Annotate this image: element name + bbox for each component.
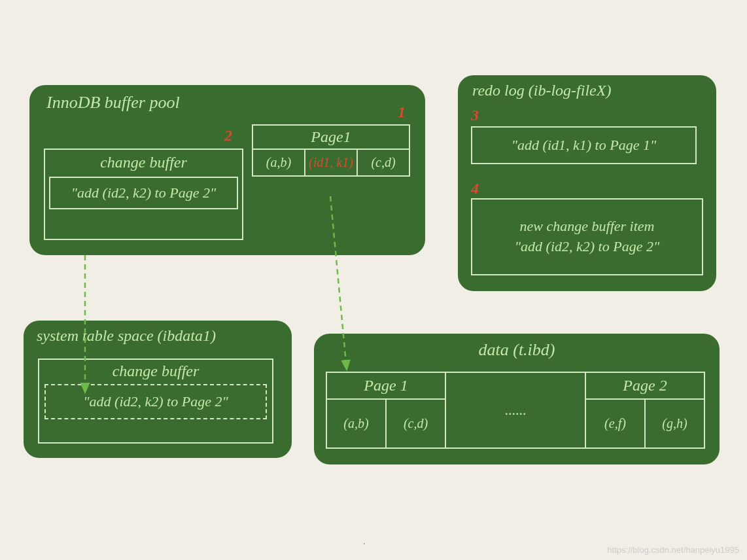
redo-log-title: redo log (ib-log-fileX) — [472, 82, 611, 99]
page1-cell-cd: (c,d) — [358, 150, 409, 175]
page1-box: Page1 (a,b) (id1, k1) (c,d) — [252, 124, 410, 177]
data-page2: Page 2 (e,f) (g,h) — [586, 373, 704, 447]
data-page1-row: (a,b) (c,d) — [327, 400, 445, 447]
system-tablespace-box: system table space (ibdata1) change buff… — [24, 321, 292, 458]
data-page1-cell-ab: (a,b) — [327, 400, 387, 447]
data-page1-header: Page 1 — [327, 373, 445, 400]
page1-cell-id1k1: (id1, k1) — [305, 150, 358, 175]
step-number-3: 3 — [471, 107, 479, 124]
redo-log-box: redo log (ib-log-fileX) 3 4 "add (id1, k… — [458, 75, 716, 291]
redo-log-entry-2: new change buffer item "add (id2, k2) to… — [471, 198, 703, 275]
redo-entry2-line1: new change buffer item — [520, 217, 655, 237]
data-page1-cell-cd: (c,d) — [387, 400, 445, 447]
page1-row: (a,b) (id1, k1) (c,d) — [253, 150, 409, 175]
data-page2-cell-ef: (e,f) — [586, 400, 646, 447]
page1-cell-ab: (a,b) — [253, 150, 305, 175]
data-title: data (t.ibd) — [314, 340, 720, 360]
data-page2-header: Page 2 — [586, 373, 704, 400]
step-number-2: 2 — [224, 127, 232, 145]
sts-change-buffer-entry: "add (id2, k2) to Page 2" — [44, 384, 267, 419]
change-buffer-label: change buffer — [45, 150, 242, 175]
system-tablespace-title: system table space (ibdata1) — [37, 327, 216, 345]
step-number-4: 4 — [471, 180, 479, 198]
data-page2-row: (e,f) (g,h) — [586, 400, 704, 447]
redo-log-entry-1: "add (id1, k1) to Page 1" — [471, 126, 697, 164]
buffer-pool-title: InnoDB buffer pool — [46, 93, 180, 113]
decorative-dot: . — [363, 536, 366, 547]
data-gap: ...... — [445, 373, 586, 447]
change-buffer-entry: "add (id2, k2) to Page 2" — [49, 177, 238, 209]
page1-header: Page1 — [253, 126, 409, 150]
change-buffer-box: change buffer "add (id2, k2) to Page 2" — [44, 149, 243, 240]
innodb-buffer-pool-box: InnoDB buffer pool 1 2 change buffer "ad… — [29, 85, 425, 255]
sts-change-buffer-label: change buffer — [39, 360, 272, 383]
data-page2-cell-gh: (g,h) — [646, 400, 704, 447]
data-file-box: data (t.ibd) Page 1 (a,b) (c,d) ...... P… — [314, 334, 720, 464]
redo-entry2-line2: "add (id2, k2) to Page 2" — [515, 237, 659, 257]
sts-change-buffer-box: change buffer "add (id2, k2) to Page 2" — [38, 359, 273, 444]
step-number-1: 1 — [398, 103, 406, 121]
data-page1: Page 1 (a,b) (c,d) — [327, 373, 445, 447]
data-table: Page 1 (a,b) (c,d) ...... Page 2 (e,f) (… — [326, 372, 705, 449]
watermark-text: https://blog.csdn.net/hanpeiyu1995 — [607, 545, 739, 555]
